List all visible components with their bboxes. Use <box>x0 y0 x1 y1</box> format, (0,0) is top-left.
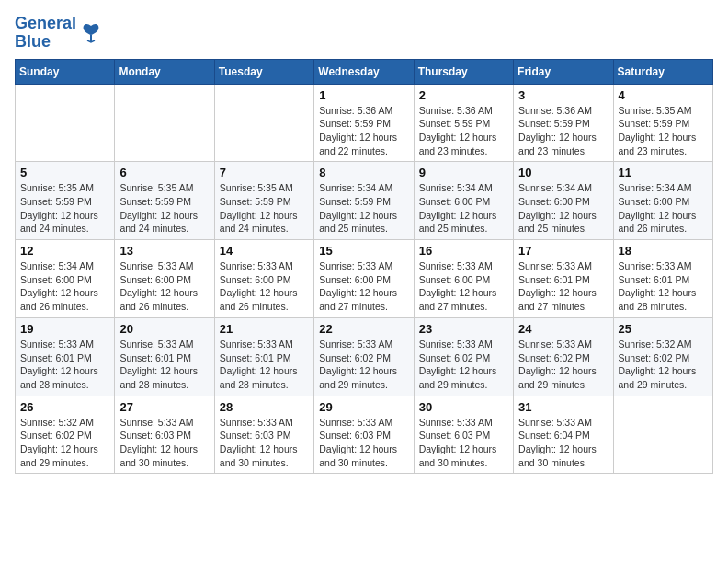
calendar-cell: 13Sunrise: 5:33 AM Sunset: 6:00 PM Dayli… <box>115 240 214 318</box>
calendar-cell: 11Sunrise: 5:34 AM Sunset: 6:00 PM Dayli… <box>613 162 712 240</box>
calendar-cell: 21Sunrise: 5:33 AM Sunset: 6:01 PM Dayli… <box>214 317 313 396</box>
weekday-header-monday: Monday <box>115 59 214 84</box>
day-info: Sunrise: 5:33 AM Sunset: 6:03 PM Dayligh… <box>319 416 408 470</box>
logo: GeneralBlue <box>15 15 104 52</box>
calendar-cell: 8Sunrise: 5:34 AM Sunset: 5:59 PM Daylig… <box>314 162 414 240</box>
weekday-header-sunday: Sunday <box>16 59 115 84</box>
day-info: Sunrise: 5:33 AM Sunset: 6:02 PM Dayligh… <box>319 338 408 392</box>
weekday-header-thursday: Thursday <box>414 59 513 84</box>
calendar-week-2: 5Sunrise: 5:35 AM Sunset: 5:59 PM Daylig… <box>16 162 713 240</box>
calendar-cell: 24Sunrise: 5:33 AM Sunset: 6:02 PM Dayli… <box>514 317 613 396</box>
calendar-week-4: 19Sunrise: 5:33 AM Sunset: 6:01 PM Dayli… <box>16 317 713 396</box>
day-number: 31 <box>518 400 608 414</box>
day-number: 25 <box>619 322 708 336</box>
calendar-cell: 9Sunrise: 5:34 AM Sunset: 6:00 PM Daylig… <box>414 162 513 240</box>
day-number: 27 <box>119 400 209 414</box>
day-number: 9 <box>419 166 508 179</box>
calendar-cell: 18Sunrise: 5:33 AM Sunset: 6:01 PM Dayli… <box>613 240 712 318</box>
calendar-cell: 16Sunrise: 5:33 AM Sunset: 6:00 PM Dayli… <box>414 240 513 318</box>
day-info: Sunrise: 5:33 AM Sunset: 6:03 PM Dayligh… <box>220 416 309 470</box>
day-number: 17 <box>518 244 608 258</box>
day-number: 16 <box>419 244 508 258</box>
day-number: 22 <box>319 322 408 336</box>
day-info: Sunrise: 5:35 AM Sunset: 5:59 PM Dayligh… <box>619 104 708 158</box>
day-info: Sunrise: 5:33 AM Sunset: 6:01 PM Dayligh… <box>119 338 209 392</box>
day-info: Sunrise: 5:33 AM Sunset: 6:01 PM Dayligh… <box>619 259 708 314</box>
day-info: Sunrise: 5:35 AM Sunset: 5:59 PM Dayligh… <box>119 181 209 236</box>
day-number: 8 <box>319 166 408 179</box>
day-number: 28 <box>220 400 309 414</box>
day-info: Sunrise: 5:34 AM Sunset: 6:00 PM Dayligh… <box>419 181 508 236</box>
weekday-header-row: SundayMondayTuesdayWednesdayThursdayFrid… <box>16 59 713 84</box>
day-number: 23 <box>419 322 508 336</box>
day-number: 3 <box>518 88 608 102</box>
weekday-header-tuesday: Tuesday <box>214 59 313 84</box>
day-info: Sunrise: 5:36 AM Sunset: 5:59 PM Dayligh… <box>319 104 408 158</box>
calendar-cell <box>613 396 712 474</box>
day-info: Sunrise: 5:32 AM Sunset: 6:02 PM Dayligh… <box>619 338 708 392</box>
weekday-header-friday: Friday <box>514 59 613 84</box>
day-number: 6 <box>119 166 209 179</box>
calendar-table: SundayMondayTuesdayWednesdayThursdayFrid… <box>15 59 713 475</box>
weekday-header-wednesday: Wednesday <box>314 59 414 84</box>
day-number: 5 <box>20 166 109 179</box>
day-number: 12 <box>20 244 109 258</box>
day-info: Sunrise: 5:33 AM Sunset: 6:00 PM Dayligh… <box>419 259 508 314</box>
calendar-cell: 10Sunrise: 5:34 AM Sunset: 6:00 PM Dayli… <box>514 162 613 240</box>
day-info: Sunrise: 5:32 AM Sunset: 6:02 PM Dayligh… <box>20 416 109 470</box>
day-info: Sunrise: 5:33 AM Sunset: 6:01 PM Dayligh… <box>220 338 309 392</box>
day-number: 21 <box>220 322 309 336</box>
day-info: Sunrise: 5:33 AM Sunset: 6:04 PM Dayligh… <box>518 416 608 470</box>
day-number: 29 <box>319 400 408 414</box>
day-info: Sunrise: 5:33 AM Sunset: 6:02 PM Dayligh… <box>518 338 608 392</box>
calendar-week-1: 1Sunrise: 5:36 AM Sunset: 5:59 PM Daylig… <box>16 84 713 162</box>
calendar-cell: 3Sunrise: 5:36 AM Sunset: 5:59 PM Daylig… <box>514 84 613 162</box>
day-info: Sunrise: 5:34 AM Sunset: 6:00 PM Dayligh… <box>619 181 708 236</box>
day-info: Sunrise: 5:34 AM Sunset: 6:00 PM Dayligh… <box>20 259 109 314</box>
calendar-cell: 29Sunrise: 5:33 AM Sunset: 6:03 PM Dayli… <box>314 396 414 474</box>
calendar-cell: 26Sunrise: 5:32 AM Sunset: 6:02 PM Dayli… <box>16 396 115 474</box>
day-number: 4 <box>619 88 708 102</box>
day-info: Sunrise: 5:33 AM Sunset: 6:02 PM Dayligh… <box>419 338 508 392</box>
calendar-cell <box>115 84 214 162</box>
calendar-cell: 7Sunrise: 5:35 AM Sunset: 5:59 PM Daylig… <box>214 162 313 240</box>
day-number: 1 <box>319 88 408 102</box>
day-number: 13 <box>119 244 209 258</box>
day-number: 15 <box>319 244 408 258</box>
day-info: Sunrise: 5:33 AM Sunset: 6:00 PM Dayligh… <box>319 259 408 314</box>
day-info: Sunrise: 5:35 AM Sunset: 5:59 PM Dayligh… <box>20 181 109 236</box>
day-info: Sunrise: 5:33 AM Sunset: 6:03 PM Dayligh… <box>119 416 209 470</box>
calendar-cell: 31Sunrise: 5:33 AM Sunset: 6:04 PM Dayli… <box>514 396 613 474</box>
calendar-cell: 20Sunrise: 5:33 AM Sunset: 6:01 PM Dayli… <box>115 317 214 396</box>
day-info: Sunrise: 5:36 AM Sunset: 5:59 PM Dayligh… <box>419 104 508 158</box>
day-number: 2 <box>419 88 508 102</box>
calendar-cell: 28Sunrise: 5:33 AM Sunset: 6:03 PM Dayli… <box>214 396 313 474</box>
calendar-cell: 12Sunrise: 5:34 AM Sunset: 6:00 PM Dayli… <box>16 240 115 318</box>
calendar-week-3: 12Sunrise: 5:34 AM Sunset: 6:00 PM Dayli… <box>16 240 713 318</box>
logo-bird-icon <box>78 20 104 46</box>
calendar-cell <box>214 84 313 162</box>
day-number: 30 <box>419 400 508 414</box>
calendar-cell: 2Sunrise: 5:36 AM Sunset: 5:59 PM Daylig… <box>414 84 513 162</box>
day-number: 11 <box>619 166 708 179</box>
day-info: Sunrise: 5:33 AM Sunset: 6:03 PM Dayligh… <box>419 416 508 470</box>
day-info: Sunrise: 5:34 AM Sunset: 5:59 PM Dayligh… <box>319 181 408 236</box>
calendar-cell: 27Sunrise: 5:33 AM Sunset: 6:03 PM Dayli… <box>115 396 214 474</box>
day-info: Sunrise: 5:36 AM Sunset: 5:59 PM Dayligh… <box>518 104 608 158</box>
calendar-cell: 22Sunrise: 5:33 AM Sunset: 6:02 PM Dayli… <box>314 317 414 396</box>
day-number: 26 <box>20 400 109 414</box>
day-info: Sunrise: 5:34 AM Sunset: 6:00 PM Dayligh… <box>518 181 608 236</box>
calendar-cell: 19Sunrise: 5:33 AM Sunset: 6:01 PM Dayli… <box>16 317 115 396</box>
day-number: 24 <box>518 322 608 336</box>
weekday-header-saturday: Saturday <box>613 59 712 84</box>
day-number: 7 <box>220 166 309 179</box>
day-info: Sunrise: 5:35 AM Sunset: 5:59 PM Dayligh… <box>220 181 309 236</box>
calendar-cell: 6Sunrise: 5:35 AM Sunset: 5:59 PM Daylig… <box>115 162 214 240</box>
day-info: Sunrise: 5:33 AM Sunset: 6:00 PM Dayligh… <box>220 259 309 314</box>
day-number: 20 <box>119 322 209 336</box>
calendar-cell: 25Sunrise: 5:32 AM Sunset: 6:02 PM Dayli… <box>613 317 712 396</box>
day-info: Sunrise: 5:33 AM Sunset: 6:01 PM Dayligh… <box>20 338 109 392</box>
logo-text: GeneralBlue <box>15 15 76 52</box>
calendar-cell: 1Sunrise: 5:36 AM Sunset: 5:59 PM Daylig… <box>314 84 414 162</box>
calendar-cell: 17Sunrise: 5:33 AM Sunset: 6:01 PM Dayli… <box>514 240 613 318</box>
